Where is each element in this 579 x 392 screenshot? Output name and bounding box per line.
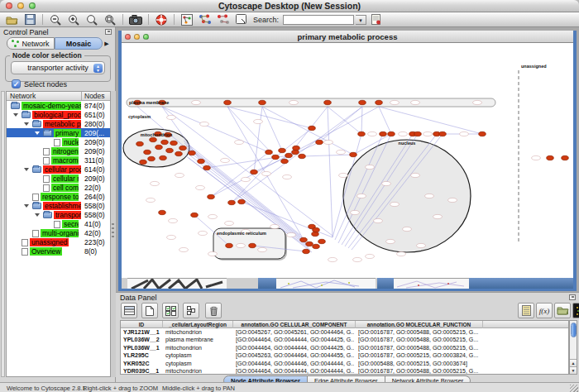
delete-attribute-icon[interactable] [205,303,222,318]
node-label-oval[interactable] [386,239,395,243]
table-row[interactable]: YPL036W__2plasma membrane[GO:0044464, GO… [121,336,568,343]
node-label-oval[interactable] [532,155,541,160]
node-label-oval[interactable] [390,100,400,104]
tree-row-nitrogen-compo[interactable]: nitrogen compo209(0) [7,146,110,155]
select-all-attributes-icon[interactable] [162,303,179,318]
node-label-oval[interactable] [237,243,246,247]
network-node[interactable] [306,241,313,246]
node-label-oval[interactable] [199,231,208,235]
expander-icon[interactable] [13,113,18,117]
network-node[interactable] [388,131,395,136]
node-label-oval[interactable] [425,194,434,198]
node-label-oval[interactable] [146,198,156,202]
network-node[interactable] [562,155,569,160]
zoom-fit-icon[interactable] [102,13,118,26]
node-label-oval[interactable] [337,150,346,154]
tree-node-label[interactable]: response to stimulu [41,193,79,201]
network-canvas[interactable]: plasma membranecytoplasmmitochondrionnuc… [122,43,573,278]
zoom-selected-region-icon[interactable] [84,13,100,26]
expander-icon[interactable] [24,204,29,208]
network-node[interactable] [547,155,554,160]
network-node[interactable] [318,239,326,243]
tree-row-biological-process[interactable]: biological_process651(0) [7,110,110,119]
network-node[interactable] [203,165,211,170]
network-node[interactable] [292,150,299,154]
network-node[interactable] [175,151,183,155]
matrix-view-icon[interactable] [572,303,579,318]
tree-row-primary-metabo[interactable]: primary metabo209(... [7,128,110,137]
node-label-oval[interactable] [167,235,176,239]
tree-row-unassigned[interactable]: unassigned223(0) [7,237,110,246]
node-label-oval[interactable] [411,100,420,104]
network-node[interactable] [189,151,196,155]
network-node[interactable] [144,150,151,154]
node-label-oval[interactable] [382,181,391,185]
table-row[interactable]: YDR039C__1mitochondrion[GO:0044464, GO:0… [121,367,568,375]
node-label-oval[interactable] [423,131,433,136]
column-header[interactable]: _cellularLayoutRegion [163,321,233,328]
node-label-oval[interactable] [262,171,271,175]
tree-node-label[interactable]: nucleobase- [62,138,79,146]
network-node[interactable] [358,131,366,136]
node-label-oval[interactable] [366,254,375,258]
network-node[interactable] [159,210,166,214]
tree-node-label[interactable]: metabolic process [43,120,81,128]
node-label-oval[interactable] [225,221,234,225]
scroll-up-icon[interactable]: ▲ [570,359,577,366]
column-header[interactable]: ID [121,321,163,328]
network-node[interactable] [156,145,163,149]
node-label-oval[interactable] [167,115,176,119]
attribute-table-header[interactable]: ID_cellularLayoutRegionannotation.GO CEL… [121,321,568,328]
network-node[interactable] [414,131,422,136]
destroy-network-view-icon[interactable] [215,13,232,26]
network-node[interactable] [313,244,320,248]
node-label-oval[interactable] [151,181,160,185]
network-node[interactable] [160,155,167,160]
search-options-icon[interactable] [368,13,385,26]
tree-row-secretion[interactable]: secretion41(0) [7,219,110,228]
node-label-oval[interactable] [417,243,426,247]
network-node[interactable] [279,148,286,152]
network-node[interactable] [350,152,357,156]
node-label-oval[interactable] [390,202,400,206]
annotation-tool-icon[interactable] [233,13,250,26]
tree-node-label[interactable]: transport [54,211,81,219]
node-label-oval[interactable] [287,232,296,237]
tree-row-multi-organism-pro[interactable]: multi-organism pro42(0) [7,228,110,237]
network-node[interactable] [191,213,199,217]
node-label-oval[interactable] [324,140,333,144]
table-scrollbar[interactable]: ▲ ▼ [569,320,577,375]
tree-node-label[interactable]: macromolecule [51,156,79,165]
table-row[interactable]: YLR295Ccytoplasm[GO:0045263, GO:0044464,… [121,351,568,359]
vizmapper-icon[interactable] [179,13,195,26]
node-label-oval[interactable] [192,100,201,104]
node-label-oval[interactable] [339,173,348,177]
node-label-oval[interactable] [242,177,251,181]
network-node[interactable] [238,199,246,203]
float-panel-icon[interactable] [105,29,112,35]
node-label-oval[interactable] [411,173,420,177]
node-label-oval[interactable] [175,173,184,177]
tree-row-metabolic-process[interactable]: metabolic process280(0) [7,119,110,128]
network-node[interactable] [293,146,300,150]
network-node[interactable] [140,160,147,164]
network-window-titlebar[interactable]: primary metabolic process [122,31,573,43]
network-node[interactable] [479,131,486,136]
network-node[interactable] [166,148,174,152]
tab-mosaic[interactable]: Mosaic [55,37,103,50]
attribute-batch-editor-icon[interactable] [518,303,534,318]
search-input[interactable] [283,15,354,25]
network-node[interactable] [376,100,383,104]
take-snapshot-icon[interactable] [127,13,144,26]
network-node[interactable] [380,131,387,136]
table-row[interactable]: YJR121W__1mitochondrion[GO:0045267, GO:0… [121,328,568,336]
network-node[interactable] [309,126,316,130]
tree-node-label[interactable]: secretion [62,220,79,228]
network-node[interactable] [251,170,258,174]
network-node[interactable] [208,194,215,198]
node-label-oval[interactable] [200,122,209,126]
tree-row-mosaic-demo-yeast[interactable]: mosaic-demo-yeast874(0) [7,101,110,110]
node-label-oval[interactable] [270,224,280,228]
tree-row-cell-communicat[interactable]: cell communicat22(0) [7,183,110,192]
node-label-oval[interactable] [351,210,360,214]
